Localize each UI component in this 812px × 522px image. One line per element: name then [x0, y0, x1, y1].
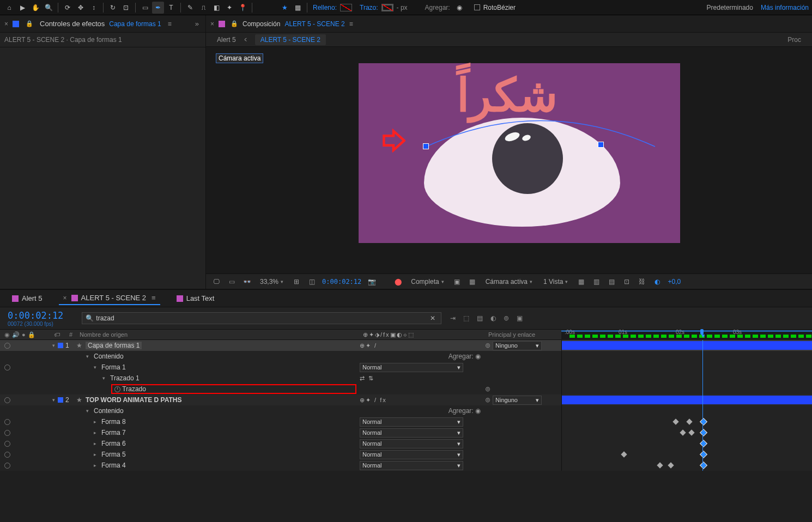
- alpha-icon[interactable]: ▦: [468, 278, 477, 286]
- layer-row[interactable]: ▾ 2 ★TOP WORD ANIMATE D PATHS ⊕✦ / fx ⊚N…: [0, 394, 812, 405]
- blend-mode-dropdown[interactable]: Normal▾: [360, 450, 463, 459]
- twisty-icon[interactable]: ▸: [92, 441, 98, 446]
- visibility-toggle[interactable]: [4, 430, 10, 436]
- grid-icon[interactable]: ▦: [576, 278, 586, 286]
- ruler-icon[interactable]: ▤: [607, 278, 616, 286]
- visibility-toggle[interactable]: [4, 441, 10, 447]
- text-tool-icon[interactable]: T: [165, 2, 177, 14]
- blend-mode-dropdown[interactable]: Normal▾: [360, 439, 463, 448]
- visibility-toggle[interactable]: [4, 463, 10, 469]
- av-column-icons[interactable]: ◉🔊●🔒: [0, 331, 48, 338]
- zoom-dropdown[interactable]: 33,3%▾: [257, 276, 286, 287]
- panel-menu-icon[interactable]: ≡: [168, 20, 172, 28]
- layer-group-row[interactable]: ▸Forma 7 Normal▾: [0, 427, 812, 438]
- twisty-icon[interactable]: ▾: [50, 343, 57, 348]
- layer-group-row[interactable]: ▾Contenido Agregar: ◉: [0, 351, 812, 362]
- twisty-icon[interactable]: ▾: [50, 397, 57, 403]
- fill-swatch[interactable]: [340, 4, 352, 11]
- twisty-icon[interactable]: ▾: [84, 408, 90, 414]
- twisty-icon[interactable]: ▾: [92, 365, 98, 370]
- favorite-icon[interactable]: ★: [278, 2, 290, 14]
- current-time[interactable]: 0:00:02:12: [322, 278, 361, 286]
- twisty-icon[interactable]: ▸: [92, 463, 98, 468]
- rotobezier-checkbox[interactable]: [474, 4, 480, 10]
- home-icon[interactable]: ⌂: [3, 2, 15, 14]
- blend-mode-dropdown[interactable]: Normal▾: [360, 461, 463, 470]
- label-color[interactable]: [58, 397, 63, 403]
- layer-group-row[interactable]: ▾Forma 1 Normal▾: [0, 362, 812, 373]
- lock-icon[interactable]: 🔒: [26, 20, 33, 27]
- path-icons[interactable]: ⇄ ⇅: [360, 375, 374, 382]
- layer-group-row[interactable]: ▾Trazado 1 ⇄ ⇅: [0, 373, 812, 384]
- eraser-tool-icon[interactable]: ◧: [210, 2, 222, 14]
- layer-group-row[interactable]: ▸Forma 4 Normal▾: [0, 460, 812, 471]
- layer-group-row[interactable]: ▸Forma 6 Normal▾: [0, 438, 812, 449]
- resolution-icon[interactable]: ⊞: [292, 278, 301, 286]
- timeline-time[interactable]: 0:00:02:12 00072 (30.000 fps): [0, 309, 71, 328]
- property-row-trazado[interactable]: Trazado ⊚: [0, 384, 812, 394]
- visibility-toggle[interactable]: [4, 397, 10, 403]
- label-color[interactable]: [58, 343, 63, 348]
- rotate-tool-icon[interactable]: ↻: [107, 2, 119, 14]
- blend-mode-dropdown[interactable]: Normal▾: [360, 417, 463, 427]
- hand-tool-icon[interactable]: ✋: [29, 2, 41, 14]
- pan-tool-icon[interactable]: ✥: [75, 2, 87, 14]
- layer-group-row[interactable]: ▸Forma 8 Normal▾: [0, 416, 812, 427]
- visibility-toggle[interactable]: [4, 452, 10, 458]
- screen-icon[interactable]: 🖵: [211, 278, 221, 286]
- timeline-search[interactable]: 🔍 ✕: [82, 312, 441, 324]
- label-icon[interactable]: 🏷: [54, 331, 60, 338]
- quality-dropdown[interactable]: Completa▾: [408, 276, 446, 287]
- workspace-preset[interactable]: Predeterminado: [707, 4, 753, 11]
- comp-canvas[interactable]: شكراً: [359, 63, 680, 243]
- comp-name[interactable]: ALERT 5 - SCENE 2: [284, 20, 344, 28]
- dolly-tool-icon[interactable]: ↕: [88, 2, 100, 14]
- property-name[interactable]: Trazado: [122, 385, 146, 393]
- twisty-icon[interactable]: ▸: [92, 430, 98, 435]
- layer-duration-bar[interactable]: [562, 341, 812, 350]
- layer-group-row[interactable]: ▸Forma 5 Normal▾: [0, 449, 812, 460]
- cube-icon[interactable]: ⬚: [463, 314, 469, 322]
- current-time-indicator[interactable]: [699, 329, 705, 339]
- search-input[interactable]: [96, 314, 428, 322]
- path-vertex-handle[interactable]: [598, 142, 603, 147]
- snapshot-icon[interactable]: 📷: [367, 278, 377, 286]
- frame-blend-icon[interactable]: ▤: [477, 314, 483, 322]
- view-mode-dropdown[interactable]: Cámara activa▾: [483, 276, 535, 287]
- breadcrumb-item-active[interactable]: ALERT 5 - SCENE 2: [255, 34, 326, 45]
- zoom-tool-icon[interactable]: 🔍: [43, 2, 54, 14]
- parent-dropdown[interactable]: Ninguno▾: [493, 341, 542, 350]
- twisty-icon[interactable]: ▸: [92, 452, 98, 457]
- pickwhip-icon[interactable]: ⊚: [485, 385, 490, 393]
- layer-duration-bar[interactable]: [562, 396, 812, 404]
- exposure-icon[interactable]: ◐: [652, 278, 662, 286]
- graph-icon[interactable]: ⊚: [504, 314, 509, 322]
- stamp-tool-icon[interactable]: ⎍: [197, 2, 209, 14]
- draft-icon[interactable]: ▣: [517, 314, 523, 322]
- pen-tool-icon[interactable]: ✒: [152, 2, 164, 14]
- selection-tool-icon[interactable]: ▶: [16, 2, 28, 14]
- views-dropdown[interactable]: 1 Vista▾: [541, 276, 571, 287]
- exposure-value[interactable]: +0,0: [668, 278, 681, 286]
- channel-icon[interactable]: ▣: [452, 278, 462, 286]
- layer-switches[interactable]: ⊕✦ / fx: [360, 397, 387, 404]
- close-tab-icon[interactable]: ×: [4, 20, 8, 28]
- stroke-width[interactable]: - px: [397, 4, 408, 11]
- anchor-tool-icon[interactable]: ⊡: [120, 2, 132, 14]
- collapse-panel-icon[interactable]: »: [195, 20, 201, 28]
- stroke-swatch[interactable]: [381, 4, 393, 11]
- time-ruler[interactable]: :00s 01s 02s 03s: [561, 329, 812, 340]
- more-info-link[interactable]: Más información: [761, 4, 809, 11]
- color-icon[interactable]: ⬤: [393, 278, 403, 286]
- twisty-icon[interactable]: ▾: [84, 354, 90, 359]
- blend-mode-dropdown[interactable]: Normal▾: [360, 428, 463, 438]
- guide-icon[interactable]: ▥: [591, 278, 601, 286]
- blend-mode-dropdown[interactable]: Normal▾: [360, 363, 463, 372]
- twisty-icon[interactable]: ▸: [92, 419, 98, 424]
- grid-snap-icon[interactable]: ▦: [292, 2, 304, 14]
- library-icon[interactable]: ⛓: [637, 278, 647, 286]
- visibility-toggle[interactable]: [4, 343, 10, 349]
- roto-tool-icon[interactable]: ✦: [223, 2, 235, 14]
- visibility-toggle[interactable]: [4, 365, 10, 371]
- path-vertex-handle[interactable]: [423, 144, 428, 149]
